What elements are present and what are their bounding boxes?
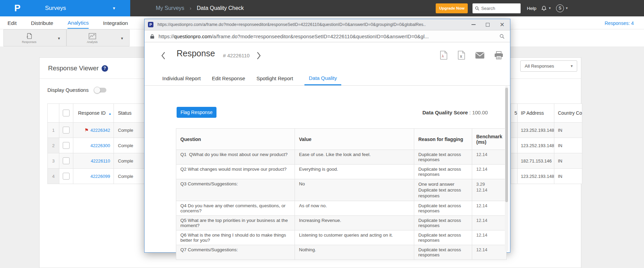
benchmark-cell: 3.29 12.14 bbox=[472, 179, 507, 201]
ip-address-cell: 182.71.153.146 bbox=[517, 153, 554, 169]
benchmark-line: 12.14 bbox=[476, 187, 502, 193]
email-button[interactable] bbox=[475, 52, 484, 59]
global-search[interactable] bbox=[473, 3, 521, 13]
ip-address-header[interactable]: IP Address bbox=[517, 104, 554, 123]
help-icon[interactable]: ? bbox=[102, 65, 108, 72]
popup-titlebar[interactable]: P https://questionpro.com/a/frame.do?mod… bbox=[145, 19, 510, 30]
response-title: Response bbox=[177, 48, 215, 58]
help-link[interactable]: Help bbox=[527, 6, 536, 11]
minimize-icon[interactable] bbox=[471, 24, 476, 25]
response-list-right-columns: 5 IP Address Country Co 123.252.193.148 … bbox=[511, 103, 582, 184]
select-all-checkbox[interactable] bbox=[63, 110, 70, 116]
tab-edit-response[interactable]: Edit Response bbox=[212, 75, 245, 85]
response-id-link: 42226099 bbox=[90, 174, 110, 179]
country-code-cell: IN bbox=[554, 153, 582, 169]
value-cell: Ease of use. Like the look and feel. bbox=[295, 150, 414, 165]
row-select-cell bbox=[59, 123, 73, 138]
question-cell: Q7 Comments/Suggestions: bbox=[176, 245, 295, 260]
surveys-menu-button[interactable]: P Surveys ▼ bbox=[0, 0, 130, 16]
screen: P Surveys ▼ My Surveys › Data Quality Ch… bbox=[0, 0, 644, 268]
country-code-header[interactable]: Country Co bbox=[554, 104, 582, 123]
display-questions-row: Display Questions bbox=[47, 87, 106, 93]
value-cell: Increasing Revenue. bbox=[295, 216, 414, 230]
analysis-tool-label: Analysis bbox=[87, 40, 98, 44]
row-checkbox[interactable] bbox=[63, 173, 70, 180]
top-bar: P Surveys ▼ My Surveys › Data Quality Ch… bbox=[0, 0, 644, 16]
table-row: 123.252.193.148 IN bbox=[511, 138, 582, 153]
question-cell: Q2 What changes would most improve our p… bbox=[176, 165, 295, 179]
next-response-button[interactable] bbox=[256, 51, 261, 60]
row-checkbox[interactable] bbox=[63, 127, 70, 133]
upgrade-now-button[interactable]: Upgrade Now bbox=[436, 3, 468, 13]
row-number: 4 bbox=[48, 169, 59, 184]
nav-integration[interactable]: Integration bbox=[103, 17, 128, 28]
response-id-cell[interactable]: ⚑42226342 bbox=[73, 123, 114, 138]
response-id-cell[interactable]: 42226110 bbox=[73, 153, 114, 169]
response-id-header[interactable]: Response ID▲ bbox=[73, 104, 114, 123]
popup-address-bar[interactable]: https://questionpro.com/a/frame.do?mode=… bbox=[145, 30, 510, 42]
popup-scrollbar[interactable] bbox=[505, 86, 508, 251]
question-header: Question bbox=[176, 129, 295, 150]
tab-data-quality[interactable]: Data Quality bbox=[304, 75, 342, 85]
all-responses-dropdown[interactable]: All Responses ▼ bbox=[520, 60, 577, 72]
previous-response-button[interactable] bbox=[161, 51, 166, 60]
responses-tool-button[interactable]: Responses ▼ bbox=[3, 29, 66, 46]
table-row: Q6 What is the one thing I should do to … bbox=[176, 230, 507, 245]
export-pdf-button[interactable]: λ bbox=[440, 51, 448, 60]
pdf-icon: λ bbox=[440, 51, 448, 60]
response-id-cell[interactable]: 42226099 bbox=[73, 169, 114, 184]
tab-individual-report[interactable]: Individual Report bbox=[162, 75, 201, 85]
reason-line: One word answer bbox=[418, 181, 468, 187]
reason-line: Duplicate text across responses bbox=[418, 187, 468, 199]
benchmark-cell: 12.14 bbox=[472, 245, 507, 260]
questionpro-favicon-icon: P bbox=[148, 22, 153, 27]
partial-cell bbox=[511, 153, 518, 169]
popup-title-url: https://questionpro.com/a/frame.do?mode=… bbox=[158, 22, 467, 27]
benchmark-cell: 12.14 bbox=[472, 230, 507, 245]
nav-analytics[interactable]: Analytics bbox=[68, 17, 89, 29]
filter-value: All Responses bbox=[525, 64, 554, 69]
row-number: 3 bbox=[48, 153, 59, 169]
window-controls: ✕ bbox=[471, 22, 505, 28]
nav-distribute[interactable]: Distribute bbox=[31, 17, 53, 28]
zoom-icon[interactable] bbox=[499, 34, 505, 39]
response-id-link: 42226300 bbox=[90, 143, 110, 148]
account-menu[interactable]: S ▼ bbox=[556, 4, 568, 12]
chevron-down-icon[interactable]: ▼ bbox=[57, 37, 61, 40]
table-row: Q4 Do you have any other comments, quest… bbox=[176, 201, 507, 216]
breadcrumb-my-surveys[interactable]: My Surveys bbox=[156, 5, 184, 11]
partial-cell bbox=[511, 138, 518, 153]
tab-spotlight-report[interactable]: Spotlight Report bbox=[256, 75, 293, 85]
breadcrumb-separator-icon: › bbox=[190, 5, 192, 11]
reason-cell: Duplicate text across responses bbox=[414, 216, 472, 230]
print-button[interactable] bbox=[494, 51, 503, 59]
row-select-cell bbox=[59, 169, 73, 184]
row-checkbox[interactable] bbox=[63, 142, 70, 149]
export-excel-button[interactable]: x bbox=[458, 51, 465, 60]
value-cell: No bbox=[295, 179, 414, 201]
reason-cell: Duplicate text across responses bbox=[414, 245, 472, 260]
chevron-down-icon[interactable]: ▼ bbox=[120, 37, 124, 40]
sort-asc-icon: ▲ bbox=[108, 112, 111, 115]
partial-column-header: 5 bbox=[511, 104, 518, 123]
page-title-row: Response Viewer ? bbox=[48, 65, 108, 72]
question-cell: Q5 What are the top priorities in your b… bbox=[176, 216, 295, 230]
response-header: Response # 42226110 λ x bbox=[145, 42, 510, 70]
response-id-cell[interactable]: 42226300 bbox=[73, 138, 114, 153]
table-row: Q7 Comments/Suggestions: Nothing. Duplic… bbox=[176, 245, 507, 260]
scrollbar-thumb[interactable] bbox=[505, 88, 508, 202]
response-id-link: 42226110 bbox=[91, 158, 110, 164]
display-questions-toggle[interactable] bbox=[95, 88, 106, 93]
benchmark-cell: 12.14 bbox=[472, 150, 507, 165]
table-row: Q1 QWhat do you like most about our new … bbox=[176, 150, 507, 165]
row-checkbox[interactable] bbox=[63, 157, 70, 164]
flag-response-button[interactable]: Flag Response bbox=[177, 107, 216, 118]
country-code-cell: IN bbox=[554, 123, 582, 138]
close-icon[interactable]: ✕ bbox=[500, 22, 505, 28]
nav-edit[interactable]: Edit bbox=[8, 17, 17, 28]
maximize-icon[interactable] bbox=[486, 23, 490, 27]
search-input[interactable] bbox=[481, 6, 515, 11]
notifications-button[interactable]: ▼ bbox=[541, 5, 551, 11]
analysis-tool-button[interactable]: Analysis ▼ bbox=[66, 29, 130, 46]
question-cell: Q3 Comments/Suggestions: bbox=[176, 179, 295, 201]
